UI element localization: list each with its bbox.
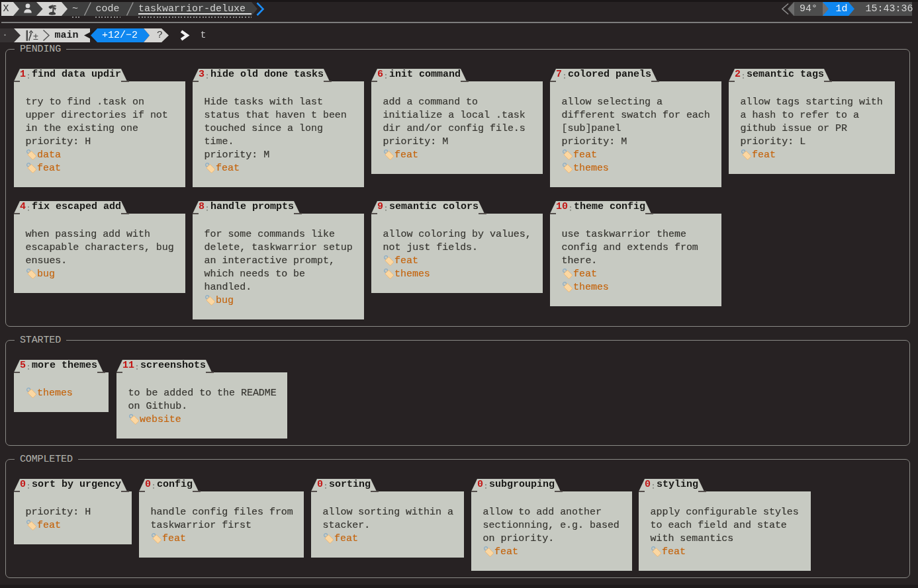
- svg-text:±: ±: [33, 32, 38, 42]
